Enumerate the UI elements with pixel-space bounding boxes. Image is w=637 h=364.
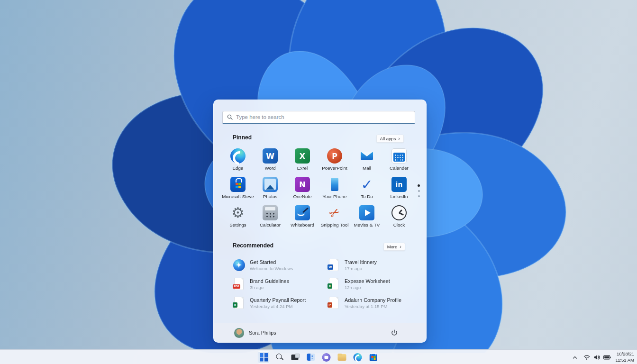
- app-label: Snipping Tool: [321, 222, 349, 228]
- app-label: To Do: [361, 194, 373, 199]
- page-indicator: [418, 184, 420, 197]
- app-icon: [359, 205, 374, 220]
- pinned-app[interactable]: Calender: [383, 147, 415, 176]
- recommended-section-label: Recommended: [233, 242, 273, 249]
- pinned-app[interactable]: Settings: [222, 204, 254, 233]
- recommended-item[interactable]: Quarterly Paynall Report Yesterday at 4:…: [233, 293, 328, 312]
- app-icon: [359, 177, 374, 192]
- page-dot[interactable]: [418, 195, 420, 197]
- pinned-app[interactable]: Calculator: [254, 204, 286, 233]
- app-icon: [263, 177, 278, 192]
- chat-button[interactable]: [320, 351, 333, 364]
- app-icon: [391, 148, 407, 164]
- user-avatar: [234, 328, 244, 338]
- app-icon: [230, 148, 246, 164]
- wifi-icon[interactable]: [583, 355, 590, 360]
- app-icon: [391, 205, 407, 220]
- search-box[interactable]: [222, 111, 415, 124]
- pinned-app[interactable]: Photos: [254, 176, 286, 204]
- document-icon: [234, 297, 244, 309]
- app-label: Microsoft Steve: [222, 194, 254, 199]
- app-icon: [359, 148, 374, 164]
- file-explorer-button[interactable]: [336, 351, 348, 364]
- taskbar-clock[interactable]: 10/28/21 11:51 AM: [616, 351, 634, 363]
- recommended-item-icon: [328, 259, 340, 271]
- page-dot[interactable]: [418, 184, 420, 187]
- power-button[interactable]: [389, 327, 400, 338]
- recommended-item-subtitle: 3h ago: [250, 285, 289, 290]
- recommended-item[interactable]: Brand Guidelines 3h ago: [233, 274, 328, 293]
- recommended-item-icon: [328, 297, 340, 309]
- app-icon: [230, 205, 246, 220]
- app-label: Calculator: [260, 222, 281, 228]
- pinned-app[interactable]: Clock: [383, 204, 415, 233]
- all-apps-button[interactable]: All apps ›: [376, 135, 404, 143]
- document-icon: [329, 259, 338, 271]
- user-name: Sora Philips: [249, 330, 276, 336]
- pinned-app[interactable]: Exrel: [286, 147, 318, 176]
- app-label: PoeverPoint: [322, 165, 347, 171]
- tray-chevron-up-icon[interactable]: [572, 355, 578, 360]
- recommended-item-subtitle: 12h ago: [345, 285, 390, 290]
- edge-button[interactable]: [352, 351, 364, 364]
- tray-time: 11:51 AM: [616, 357, 634, 363]
- pinned-apps-grid: Edge Word Exrel PoeverPoint Mail Calende…: [222, 147, 415, 233]
- recommended-item[interactable]: Expesse Worksheet 12h ago: [328, 274, 422, 293]
- app-label: Exrel: [297, 165, 308, 171]
- page-dot[interactable]: [418, 190, 420, 192]
- recommended-item-subtitle: Yesterday at 4:24 PM: [250, 304, 306, 309]
- recommended-item[interactable]: Get Started Welcome to Windows: [233, 255, 328, 274]
- start-menu: Pinned All apps › Edge Word Exrel Poever…: [213, 100, 427, 343]
- pinned-app[interactable]: Edge: [222, 147, 254, 176]
- pinned-app[interactable]: LinkedIn: [383, 176, 415, 204]
- pinned-app[interactable]: Mail: [351, 147, 383, 176]
- widgets-button[interactable]: [305, 351, 317, 364]
- taskbar: 10/28/21 11:51 AM: [0, 349, 637, 364]
- recommended-item-icon: [233, 278, 245, 290]
- pinned-app[interactable]: Your Phone: [318, 176, 351, 204]
- document-icon: [329, 278, 338, 290]
- chevron-right-icon: ›: [400, 244, 401, 249]
- power-icon: [391, 329, 398, 336]
- pinned-app[interactable]: Word: [254, 147, 286, 176]
- battery-icon[interactable]: [603, 355, 611, 360]
- recommended-item-subtitle: Welcome to Windows: [250, 266, 293, 271]
- volume-icon[interactable]: [593, 355, 600, 360]
- app-label: Settings: [229, 222, 246, 228]
- app-label: Calender: [390, 165, 409, 171]
- app-icon: [263, 148, 278, 164]
- pinned-app[interactable]: OneNote: [286, 176, 318, 204]
- recommended-item[interactable]: Travel Itinnery 17m ago: [328, 255, 422, 274]
- start-button[interactable]: [258, 351, 270, 364]
- store-button[interactable]: [367, 351, 380, 364]
- pinned-app[interactable]: To Do: [351, 176, 383, 204]
- pinned-app[interactable]: Meviss & TV: [351, 204, 383, 233]
- task-view-button[interactable]: [289, 351, 301, 364]
- recommended-item-title: Adalurn Company Profile: [345, 297, 401, 303]
- app-icon: [327, 205, 342, 220]
- search-input[interactable]: [236, 114, 410, 120]
- search-icon: [227, 114, 233, 120]
- document-icon: [234, 278, 244, 290]
- app-label: Your Phone: [323, 194, 347, 199]
- app-icon: [391, 177, 407, 192]
- pinned-app[interactable]: Microsoft Steve: [222, 176, 254, 204]
- pinned-app[interactable]: Snipping Tool: [318, 204, 351, 233]
- app-label: Edge: [233, 165, 244, 171]
- recommended-item-icon: [233, 259, 245, 271]
- pinned-app[interactable]: PoeverPoint: [318, 147, 351, 176]
- recommended-item[interactable]: Adalurn Company Profile Yesterday at 1:1…: [328, 293, 422, 312]
- recommended-grid: Get Started Welcome to Windows Travel It…: [233, 255, 422, 312]
- app-label: Clock: [393, 222, 405, 228]
- pinned-app[interactable]: Whiteboard: [286, 204, 318, 233]
- user-profile-button[interactable]: Sora Philips: [234, 328, 276, 338]
- start-menu-footer: Sora Philips: [214, 323, 426, 342]
- taskbar-icons: [258, 351, 380, 364]
- search-button[interactable]: [273, 351, 286, 364]
- all-apps-label: All apps: [380, 136, 396, 141]
- pinned-section-label: Pinned: [233, 134, 252, 141]
- recommended-item-icon: [328, 278, 340, 290]
- app-icon: [295, 148, 310, 164]
- app-label: Meviss & TV: [354, 222, 380, 228]
- more-button[interactable]: More ›: [383, 243, 405, 251]
